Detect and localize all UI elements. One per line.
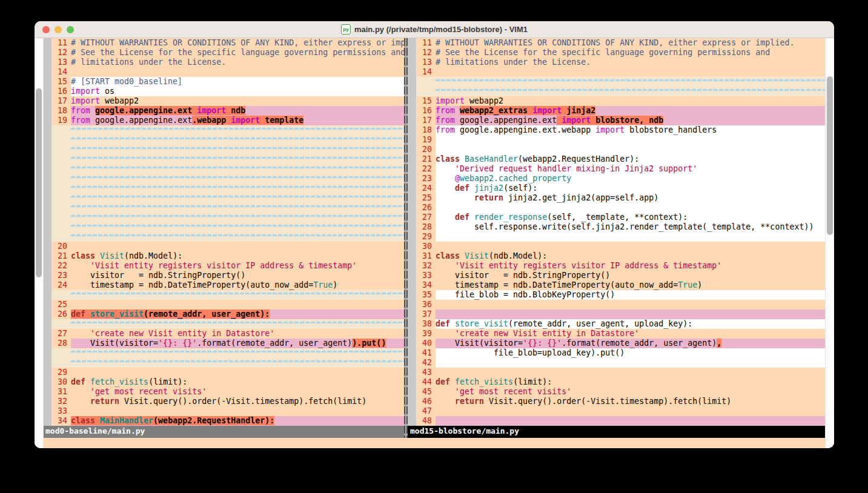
- code-line[interactable]: 23 visitor = ndb.StringProperty(): [43, 271, 404, 280]
- code-line[interactable]: 27 'create new Visit entity in Datastore…: [43, 329, 404, 339]
- code-line[interactable]: 42: [408, 358, 826, 368]
- code-line[interactable]: 43: [408, 368, 826, 377]
- code-line[interactable]: 19: [408, 135, 826, 145]
- zoom-button[interactable]: [67, 26, 74, 33]
- code-line[interactable]: 47: [408, 406, 826, 416]
- fold-column: [43, 77, 51, 87]
- line-text: class Visit(ndb.Model):: [436, 251, 826, 261]
- code-line[interactable]: 11# WITHOUT WARRANTIES OR CONDITIONS OF …: [408, 38, 826, 48]
- deleted-line-filler: [71, 174, 404, 184]
- code-line[interactable]: 16import os: [43, 87, 404, 96]
- left-editor-pane[interactable]: 11# WITHOUT WARRANTIES OR CONDITIONS OF …: [43, 38, 404, 438]
- line-number: 15: [51, 77, 71, 87]
- left-status-bar[interactable]: mod0-baseline/main.py: [43, 426, 404, 438]
- title-bar[interactable]: py main.py (/private/tmp/mod15-blobstore…: [35, 21, 834, 38]
- right-editor-pane[interactable]: 11# WITHOUT WARRANTIES OR CONDITIONS OF …: [408, 38, 826, 438]
- code-line[interactable]: 31class Visit(ndb.Model):: [408, 251, 826, 261]
- code-line[interactable]: 37: [408, 309, 826, 319]
- fold-column: [408, 406, 416, 416]
- code-line[interactable]: 20: [43, 242, 404, 251]
- line-number: [51, 348, 71, 358]
- code-line[interactable]: 18from google.appengine.ext import ndb: [43, 106, 404, 116]
- fold-column: [43, 300, 51, 309]
- code-line[interactable]: 25 return jinja2.get_jinja2(app=self.app…: [408, 193, 826, 203]
- code-line[interactable]: 14: [43, 67, 404, 77]
- line-text: from google.appengine.ext.webapp import …: [436, 125, 826, 135]
- code-line[interactable]: 28 self.response.write(self.jinja2.rende…: [408, 222, 826, 232]
- line-number: 14: [51, 67, 71, 77]
- fold-column: [408, 280, 416, 290]
- fold-column: [408, 193, 416, 203]
- code-line[interactable]: 48: [408, 416, 826, 426]
- code-line[interactable]: 11# WITHOUT WARRANTIES OR CONDITIONS OF …: [43, 38, 404, 48]
- code-line[interactable]: 12# See the License for the specific lan…: [43, 48, 404, 58]
- code-line[interactable]: 18from google.appengine.ext.webapp impor…: [408, 125, 826, 135]
- code-line[interactable]: 31 'get most recent visits': [43, 387, 404, 397]
- code-line[interactable]: 28 Visit(visitor='{}: {}'.format(remote_…: [43, 339, 404, 348]
- left-scrollbar[interactable]: [35, 38, 44, 448]
- code-line[interactable]: 21class Visit(ndb.Model):: [43, 251, 404, 261]
- code-line[interactable]: 32 return Visit.query().order(-Visit.tim…: [43, 397, 404, 406]
- command-line[interactable]: [35, 438, 834, 448]
- code-line[interactable]: 15import webapp2: [408, 96, 826, 106]
- code-line[interactable]: 23 @webapp2.cached_property: [408, 174, 826, 184]
- code-line[interactable]: 14: [408, 67, 826, 77]
- code-line[interactable]: 22 'Visit entity registers visitor IP ad…: [43, 261, 404, 271]
- fold-column: [43, 154, 51, 164]
- code-line[interactable]: 39 'create new Visit entity in Datastore…: [408, 329, 826, 339]
- code-line[interactable]: 13# limitations under the License.: [43, 58, 404, 67]
- code-line[interactable]: 44def fetch_visits(limit):: [408, 377, 826, 387]
- code-line[interactable]: 34 timestamp = ndb.DateTimeProperty(auto…: [408, 280, 826, 290]
- left-scrollbar-thumb[interactable]: [36, 88, 42, 277]
- code-line[interactable]: 17from google.appengine.ext import blobs…: [408, 116, 826, 125]
- code-line[interactable]: 33: [43, 406, 404, 416]
- fold-column: [43, 193, 51, 203]
- line-number: [51, 193, 71, 203]
- code-line[interactable]: 29: [43, 368, 404, 377]
- diff-delete-dashes: [71, 147, 404, 149]
- line-text: [71, 300, 404, 309]
- code-line[interactable]: 35 file_blob = ndb.BlobKeyProperty(): [408, 290, 826, 300]
- code-line[interactable]: 26: [408, 203, 826, 213]
- fold-column: [408, 67, 416, 77]
- close-button[interactable]: [42, 26, 50, 33]
- line-number: 20: [416, 145, 436, 154]
- code-line[interactable]: 19from google.appengine.ext.webapp impor…: [43, 116, 404, 125]
- code-line[interactable]: 36: [408, 300, 826, 309]
- right-scrollbar[interactable]: [825, 38, 834, 448]
- code-line[interactable]: 32 'Visit entity registers visitor IP ad…: [408, 261, 826, 271]
- code-line[interactable]: 22 'Derived request handler mixing-in Ji…: [408, 164, 826, 174]
- code-line[interactable]: 24 def jinja2(self):: [408, 184, 826, 193]
- filler-line: [43, 135, 404, 145]
- line-text: [436, 300, 826, 309]
- code-line[interactable]: 41 file_blob=upload_key).put(): [408, 348, 826, 358]
- fold-column: [408, 125, 416, 135]
- code-line[interactable]: 27 def render_response(self, _template, …: [408, 213, 826, 222]
- fold-column: [408, 377, 416, 387]
- code-line[interactable]: 30def fetch_visits(limit):: [43, 377, 404, 387]
- line-number: [416, 87, 436, 96]
- code-line[interactable]: 13# limitations under the License.: [408, 58, 826, 67]
- code-line[interactable]: 40 Visit(visitor='{}: {}'.format(remote_…: [408, 339, 826, 348]
- code-line[interactable]: 17import webapp2: [43, 96, 404, 106]
- code-line[interactable]: 24 timestamp = ndb.DateTimeProperty(auto…: [43, 280, 404, 290]
- code-line[interactable]: 21class BaseHandler(webapp2.RequestHandl…: [408, 154, 826, 164]
- code-line[interactable]: 15# [START mod0_baseline]: [43, 77, 404, 87]
- code-line[interactable]: 16from webapp2_extras import jinja2: [408, 106, 826, 116]
- code-line[interactable]: 12# See the License for the specific lan…: [408, 48, 826, 58]
- code-line[interactable]: 38def store_visit(remote_addr, user_agen…: [408, 319, 826, 329]
- code-line[interactable]: 30: [408, 242, 826, 251]
- right-scrollbar-thumb[interactable]: [827, 76, 833, 235]
- code-line[interactable]: 45 'get most recent visits': [408, 387, 826, 397]
- line-text: visitor = ndb.StringProperty(): [436, 271, 826, 280]
- right-status-bar[interactable]: mod15-blobstore/main.py: [408, 426, 826, 438]
- code-line[interactable]: 46 return Visit.query().order(-Visit.tim…: [408, 397, 826, 406]
- code-line[interactable]: 34class MainHandler(webapp2.RequestHandl…: [43, 416, 404, 426]
- code-line[interactable]: 20: [408, 145, 826, 154]
- line-number: 43: [416, 368, 436, 377]
- code-line[interactable]: 33 visitor = ndb.StringProperty(): [408, 271, 826, 280]
- minimize-button[interactable]: [55, 26, 62, 33]
- code-line[interactable]: 26def store_visit(remote_addr, user_agen…: [43, 309, 404, 319]
- code-line[interactable]: 25: [43, 300, 404, 309]
- code-line[interactable]: 29: [408, 232, 826, 242]
